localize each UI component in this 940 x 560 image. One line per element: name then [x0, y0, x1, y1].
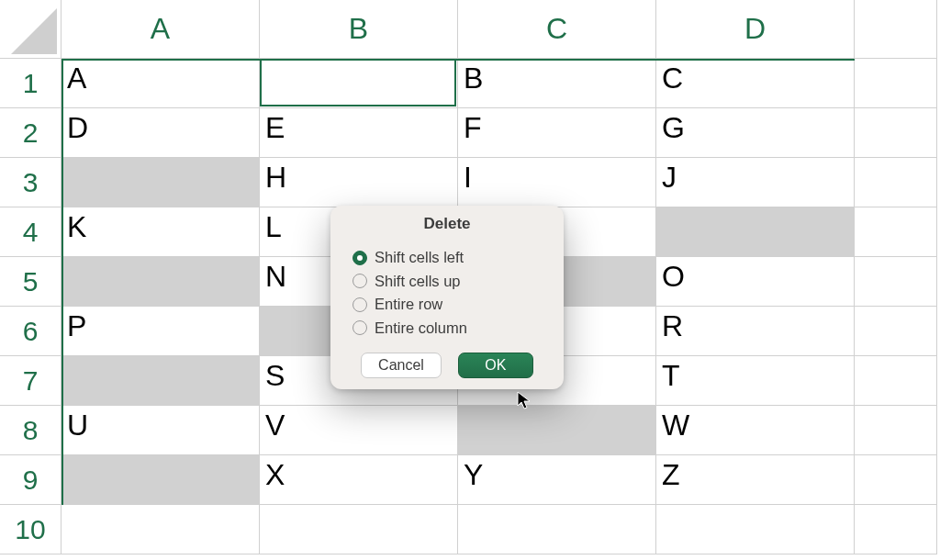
row-header[interactable]: 4	[0, 207, 62, 257]
row-header[interactable]: 6	[0, 307, 62, 356]
column-header[interactable]: D	[656, 0, 855, 59]
row-header[interactable]: 7	[0, 356, 62, 406]
dialog-option[interactable]: Shift cells up	[352, 270, 547, 294]
cell[interactable]	[855, 108, 937, 158]
cell[interactable]: Z	[656, 455, 855, 505]
cell[interactable]: E	[260, 108, 458, 158]
dialog-option-label: Shift cells up	[375, 270, 461, 294]
cell[interactable]: P	[62, 307, 260, 356]
dialog-option[interactable]: Entire column	[352, 317, 547, 341]
cell[interactable]: X	[260, 455, 458, 505]
row-header[interactable]: 2	[0, 108, 62, 158]
cell[interactable]: T	[656, 356, 855, 406]
column-header[interactable]: A	[62, 0, 260, 59]
cell[interactable]	[855, 59, 937, 108]
cell[interactable]	[855, 158, 937, 207]
table-row: UVW	[62, 406, 937, 455]
cell[interactable]: A	[62, 59, 260, 108]
column-headers: ABCD	[62, 0, 937, 59]
cell[interactable]	[855, 307, 937, 356]
cell[interactable]	[855, 406, 937, 455]
dialog-options: Shift cells leftShift cells upEntire row…	[330, 246, 564, 353]
column-header[interactable]	[855, 0, 937, 59]
cell[interactable]: Y	[458, 455, 656, 505]
dialog-option-label: Entire row	[375, 293, 442, 317]
cell[interactable]: V	[260, 406, 458, 455]
dialog-option-label: Entire column	[375, 317, 467, 341]
cell[interactable]: W	[656, 406, 855, 455]
dialog-buttons: Cancel OK	[330, 353, 564, 378]
cell[interactable]	[855, 257, 937, 307]
cell[interactable]: R	[656, 307, 855, 356]
cell[interactable]	[62, 455, 260, 505]
row-headers: 12345678910	[0, 59, 62, 554]
cell[interactable]	[260, 59, 458, 108]
spreadsheet: ABCD 12345678910 ABCDEFGHIJKLNOPRSTUVWXY…	[0, 0, 940, 560]
column-header[interactable]: B	[260, 0, 458, 59]
table-row: ABC	[62, 59, 937, 108]
cell[interactable]: G	[656, 108, 855, 158]
cell[interactable]: K	[62, 207, 260, 257]
cancel-button[interactable]: Cancel	[361, 353, 442, 378]
cell[interactable]	[656, 505, 855, 554]
dialog-option[interactable]: Entire row	[352, 293, 547, 317]
row-header[interactable]: 9	[0, 455, 62, 505]
radio-icon	[352, 251, 367, 265]
table-row: XYZ	[62, 455, 937, 505]
cell[interactable]	[458, 505, 656, 554]
cell[interactable]	[855, 207, 937, 257]
table-row: HIJ	[62, 158, 937, 207]
select-all-triangle-icon	[11, 8, 57, 54]
cell[interactable]: U	[62, 406, 260, 455]
cell[interactable]	[855, 455, 937, 505]
row-header[interactable]: 3	[0, 158, 62, 207]
table-row: DEFG	[62, 108, 937, 158]
cell[interactable]	[656, 207, 855, 257]
cell[interactable]	[458, 406, 656, 455]
dialog-title: Delete	[330, 215, 564, 246]
cell[interactable]	[62, 257, 260, 307]
cell[interactable]	[62, 158, 260, 207]
cell[interactable]: H	[260, 158, 458, 207]
cell[interactable]: B	[458, 59, 656, 108]
dialog-option-label: Shift cells left	[375, 246, 464, 270]
cell[interactable]	[855, 356, 937, 406]
row-header[interactable]: 5	[0, 257, 62, 307]
delete-dialog: Delete Shift cells leftShift cells upEnt…	[330, 206, 564, 389]
radio-icon	[352, 320, 367, 335]
dialog-option[interactable]: Shift cells left	[352, 246, 547, 270]
cell[interactable]: I	[458, 158, 656, 207]
ok-button[interactable]: OK	[458, 353, 533, 378]
cell[interactable]	[62, 356, 260, 406]
table-row	[62, 505, 937, 554]
cell[interactable]	[855, 505, 937, 554]
cell[interactable]: F	[458, 108, 656, 158]
cell[interactable]: O	[656, 257, 855, 307]
cell[interactable]	[260, 505, 458, 554]
row-header[interactable]: 8	[0, 406, 62, 455]
cell[interactable]: C	[656, 59, 855, 108]
row-header[interactable]: 1	[0, 59, 62, 108]
radio-icon	[352, 274, 367, 288]
cell[interactable]: D	[62, 108, 260, 158]
row-header[interactable]: 10	[0, 505, 62, 554]
column-header[interactable]: C	[458, 0, 656, 59]
select-all-corner[interactable]	[0, 0, 62, 59]
cell[interactable]: J	[656, 158, 855, 207]
cell[interactable]	[62, 505, 260, 554]
radio-icon	[352, 297, 367, 312]
